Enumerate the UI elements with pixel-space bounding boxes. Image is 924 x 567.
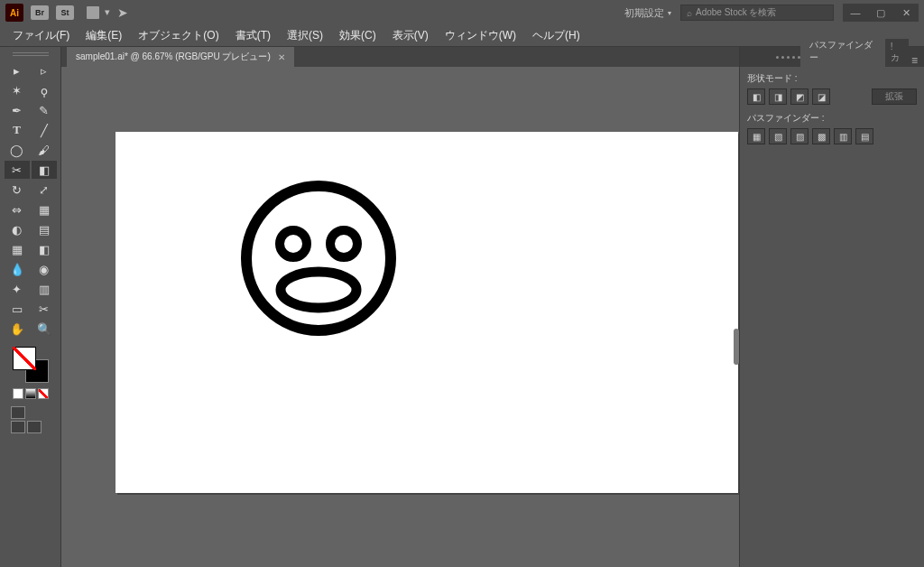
free-transform-tool[interactable]: ▦	[32, 200, 57, 218]
smiley-artwork[interactable]	[237, 177, 400, 339]
workspace-switcher[interactable]: 初期設定 ▾	[624, 6, 671, 20]
draw-behind-icon[interactable]	[11, 421, 25, 433]
lasso-tool[interactable]: ϙ	[32, 81, 57, 99]
titlebar-right: 初期設定 ▾ ⌕ Adobe Stock を検索 — ▢ ✕	[624, 4, 919, 22]
vertical-scrollbar[interactable]	[734, 329, 739, 365]
crop-icon[interactable]: ▩	[812, 128, 830, 144]
smiley-right-eye[interactable]	[330, 230, 357, 257]
workspace-label: 初期設定	[624, 6, 664, 20]
stock-badge[interactable]: St	[56, 5, 74, 20]
fill-stroke-swatch[interactable]	[13, 347, 49, 383]
paintbrush-tool[interactable]: 🖌	[32, 141, 57, 159]
document-tab-label: sample01.ai* @ 66.67% (RGB/GPU プレビュー)	[76, 51, 271, 63]
arrange-dropdown-icon[interactable]: ▾	[105, 6, 110, 19]
menu-object[interactable]: オブジェクト(O)	[131, 26, 226, 45]
maximize-button[interactable]: ▢	[868, 4, 893, 22]
width-tool[interactable]: ⇔	[5, 200, 30, 218]
menu-select[interactable]: 選択(S)	[280, 26, 330, 45]
color-mode-none[interactable]	[38, 388, 49, 399]
tools-panel: ▸ ▹ ✶ ϙ ✒ ✎ T ╱ ◯ 🖌 ✂ ◧ ↻ ⤢ ⇔ ▦ ◐ ▤ ▦ ◧ …	[0, 47, 61, 567]
pathfinders-row: ▦ ▧ ▨ ▩ ▥ ▤	[747, 128, 917, 144]
artboard[interactable]	[116, 132, 738, 493]
draw-inside-icon[interactable]	[27, 421, 42, 433]
shaper-tool[interactable]: ✂	[5, 161, 30, 179]
column-graph-tool[interactable]: ▥	[32, 280, 57, 298]
bridge-badge[interactable]: Br	[31, 5, 49, 20]
close-button[interactable]: ✕	[893, 4, 919, 22]
slice-tool[interactable]: ✂	[32, 300, 57, 318]
shape-modes-row: ◧ ◨ ◩ ◪ 拡張	[747, 88, 917, 105]
divide-icon[interactable]: ▦	[747, 128, 765, 144]
menu-edit[interactable]: 編集(E)	[79, 26, 129, 45]
line-segment-tool[interactable]: ╱	[32, 121, 57, 139]
zoom-tool[interactable]: 🔍	[32, 320, 57, 338]
menu-file[interactable]: ファイル(F)	[5, 26, 77, 45]
arrange-documents[interactable]: ▾	[87, 6, 110, 19]
search-placeholder: Adobe Stock を検索	[696, 6, 776, 19]
arrange-icon[interactable]	[87, 6, 99, 19]
titlebar-left: Ai Br St ▾ ➤	[5, 4, 128, 22]
direct-selection-tool[interactable]: ▹	[32, 61, 57, 79]
unite-icon[interactable]: ◧	[747, 88, 765, 105]
canvas[interactable]	[61, 67, 739, 567]
outline-icon[interactable]: ▥	[834, 128, 852, 144]
shape-builder-tool[interactable]: ◐	[5, 220, 30, 238]
main-area: ▸ ▹ ✶ ϙ ✒ ✎ T ╱ ◯ 🖌 ✂ ◧ ↻ ⤢ ⇔ ▦ ◐ ▤ ▦ ◧ …	[0, 47, 924, 567]
minus-front-icon[interactable]: ◨	[769, 88, 787, 105]
symbol-sprayer-tool[interactable]: ✦	[5, 280, 30, 298]
color-mode-solid[interactable]	[13, 388, 23, 399]
magic-wand-tool[interactable]: ✶	[5, 81, 30, 99]
mesh-tool[interactable]: ▦	[5, 240, 30, 258]
search-icon: ⌕	[687, 8, 692, 18]
close-tab-icon[interactable]: ✕	[278, 52, 285, 62]
merge-icon[interactable]: ▨	[790, 128, 808, 144]
ellipse-tool[interactable]: ◯	[5, 141, 30, 159]
pathfinder-panel: 形状モード : ◧ ◨ ◩ ◪ 拡張 パスファインダー : ▦ ▧ ▨ ▩ ▥ …	[740, 67, 924, 157]
menu-effect[interactable]: 効果(C)	[332, 26, 383, 45]
color-mode-gradient[interactable]	[25, 388, 36, 399]
document-tabbar: sample01.ai* @ 66.67% (RGB/GPU プレビュー) ✕	[61, 47, 739, 67]
minimize-button[interactable]: —	[843, 4, 868, 22]
fill-swatch[interactable]	[13, 347, 36, 370]
color-mode-row	[13, 388, 49, 399]
expand-button[interactable]: 拡張	[872, 88, 917, 105]
smiley-mouth[interactable]	[281, 272, 356, 308]
gpu-rocket-icon[interactable]: ➤	[117, 5, 128, 20]
type-tool[interactable]: T	[5, 121, 30, 139]
stock-search-input[interactable]: ⌕ Adobe Stock を検索	[680, 5, 834, 21]
rotate-tool[interactable]: ↻	[5, 181, 30, 199]
menu-help[interactable]: ヘルプ(H)	[525, 26, 587, 45]
panel-tabs: パスファインダー ! カ ≡	[740, 47, 924, 67]
pathfinders-label: パスファインダー :	[747, 112, 917, 125]
scale-tool[interactable]: ⤢	[32, 181, 57, 199]
hand-tool[interactable]: ✋	[5, 320, 30, 338]
panel-drag-handle[interactable]	[13, 52, 49, 58]
app-logo: Ai	[5, 4, 23, 22]
eyedropper-tool[interactable]: 💧	[5, 260, 30, 278]
curvature-tool[interactable]: ✎	[32, 101, 57, 119]
collapsed-panel-icons[interactable]	[767, 47, 800, 67]
draw-normal-icon[interactable]	[11, 406, 25, 419]
minus-back-icon[interactable]: ▤	[855, 128, 873, 144]
blend-tool[interactable]: ◉	[32, 260, 57, 278]
document-tab[interactable]: sample01.ai* @ 66.67% (RGB/GPU プレビュー) ✕	[67, 47, 294, 67]
pen-tool[interactable]: ✒	[5, 101, 30, 119]
intersect-icon[interactable]: ◩	[790, 88, 808, 105]
shape-modes-label: 形状モード :	[747, 72, 917, 85]
perspective-grid-tool[interactable]: ▤	[32, 220, 57, 238]
panel-flyout-menu-icon[interactable]: ≡	[909, 54, 924, 67]
menu-type[interactable]: 書式(T)	[228, 26, 278, 45]
artboard-tool[interactable]: ▭	[5, 300, 30, 318]
tab-pathfinder[interactable]: パスファインダー	[800, 36, 885, 67]
chevron-down-icon: ▾	[668, 9, 671, 17]
exclude-icon[interactable]: ◪	[812, 88, 830, 105]
tab-truncated[interactable]: ! カ	[885, 39, 909, 67]
smiley-left-eye[interactable]	[280, 230, 307, 257]
gradient-tool[interactable]: ◧	[32, 240, 57, 258]
document-area: sample01.ai* @ 66.67% (RGB/GPU プレビュー) ✕	[61, 47, 739, 567]
menu-window[interactable]: ウィンドウ(W)	[438, 26, 523, 45]
eraser-tool[interactable]: ◧	[32, 161, 57, 179]
menu-view[interactable]: 表示(V)	[385, 26, 436, 45]
selection-tool[interactable]: ▸	[5, 61, 30, 79]
trim-icon[interactable]: ▧	[769, 128, 787, 144]
